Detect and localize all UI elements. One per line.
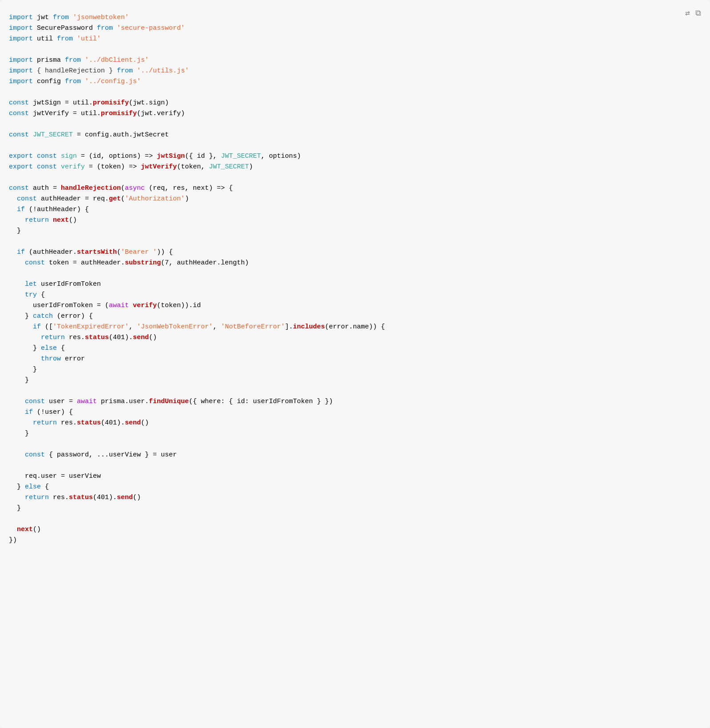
line-38: next()	[9, 524, 701, 535]
line-15: return next()	[9, 215, 701, 226]
blank-11	[9, 514, 701, 524]
line-10: export const sign = (id, options) => jwt…	[9, 151, 701, 162]
code-viewer: ⇄ ⧉ import jwt from 'jsonwebtoken' impor…	[0, 0, 710, 728]
toolbar[interactable]: ⇄ ⧉	[685, 7, 701, 20]
line-29: const user = await prisma.user.findUniqu…	[9, 396, 701, 407]
line-1: import jwt from 'jsonwebtoken'	[9, 12, 701, 23]
blank-1	[9, 44, 701, 55]
line-34: req.user = userView	[9, 471, 701, 482]
line-19: let userIdFromToken	[9, 279, 701, 290]
line-30: if (!user) {	[9, 407, 701, 418]
line-33: const { password, ...userView } = user	[9, 450, 701, 460]
line-25: } else {	[9, 343, 701, 354]
line-31: return res.status(401).send()	[9, 418, 701, 428]
line-32: }	[9, 428, 701, 439]
line-9: const JWT_SECRET = config.auth.jwtSecret	[9, 130, 701, 140]
line-6: import config from '../config.js'	[9, 76, 701, 87]
code-block: import jwt from 'jsonwebtoken' import Se…	[9, 11, 701, 546]
line-26: throw error	[9, 354, 701, 364]
line-24: return res.status(401).send()	[9, 332, 701, 343]
line-3: import util from 'util'	[9, 34, 701, 44]
line-14: if (!authHeader) {	[9, 204, 701, 215]
line-20: try {	[9, 290, 701, 300]
line-21: userIdFromToken = (await verify(token)).…	[9, 300, 701, 311]
line-13: const authHeader = req.get('Authorizatio…	[9, 194, 701, 204]
blank-3	[9, 119, 701, 130]
line-4: import prisma from '../dbClient.js'	[9, 55, 701, 66]
line-11: export const verify = (token) => jwtVeri…	[9, 162, 701, 172]
blank-4	[9, 140, 701, 151]
line-22: } catch (error) {	[9, 311, 701, 322]
line-18: const token = authHeader.substring(7, au…	[9, 258, 701, 268]
line-35: } else {	[9, 482, 701, 492]
line-23: if (['TokenExpiredError', 'JsonWebTokenE…	[9, 322, 701, 332]
line-28: }	[9, 375, 701, 386]
blank-2	[9, 87, 701, 98]
line-2: import SecurePassword from 'secure-passw…	[9, 23, 701, 34]
line-39: })	[9, 535, 701, 546]
line-27: }	[9, 364, 701, 375]
line-36: return res.status(401).send()	[9, 492, 701, 503]
line-8: const jwtVerify = util.promisify(jwt.ver…	[9, 108, 701, 119]
line-37: }	[9, 503, 701, 514]
wrap-icon[interactable]: ⇄	[685, 7, 690, 20]
line-5: import { handleRejection } from '../util…	[9, 66, 701, 76]
blank-8	[9, 386, 701, 396]
blank-10	[9, 460, 701, 471]
blank-9	[9, 439, 701, 450]
line-12: const auth = handleRejection(async (req,…	[9, 183, 701, 194]
blank-5	[9, 172, 701, 183]
copy-icon[interactable]: ⧉	[695, 7, 701, 20]
line-16: }	[9, 226, 701, 236]
line-7: const jwtSign = util.promisify(jwt.sign)	[9, 98, 701, 108]
blank-6	[9, 236, 701, 247]
line-17: if (authHeader.startsWith('Bearer ')) {	[9, 247, 701, 258]
blank-7	[9, 268, 701, 279]
